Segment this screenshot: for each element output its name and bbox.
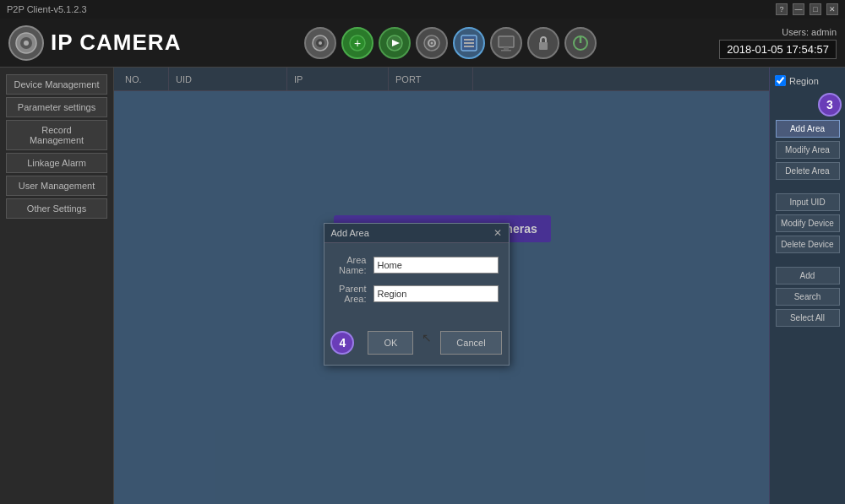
lock-toolbar-icon[interactable] [527,27,559,59]
area-name-label: Area Name: [335,255,373,275]
camera-toolbar-icon[interactable] [304,27,336,59]
play-toolbar-icon[interactable] [379,27,411,59]
modify-area-button[interactable]: Modify Area [776,141,840,159]
help-button[interactable]: ? [776,3,788,15]
power-toolbar-icon[interactable] [564,27,597,59]
step-3-badge: 3 [818,93,842,117]
maximize-button[interactable]: □ [810,3,821,15]
users-label: Users: admin [719,27,837,37]
close-button[interactable]: ✕ [826,3,838,15]
select-all-button[interactable]: Select All [776,309,840,327]
modify-device-button[interactable]: Modify Device [776,214,840,232]
modal-body: Area Name: Parent Area: [324,243,509,324]
header-right: Users: admin 2018-01-05 17:54:57 [719,27,837,59]
sidebar-item-parameter-settings[interactable]: Parameter settings [6,97,107,117]
delete-device-button[interactable]: Delete Device [776,236,840,253]
delete-area-button[interactable]: Delete Area [776,162,840,180]
toolbar: + [181,27,719,59]
svg-rect-15 [464,42,474,44]
title-bar: P2P Client-v5.1.2.3 ? — □ ✕ [0,0,845,19]
search-button[interactable]: Search [776,288,840,306]
parent-area-row: Parent Area: [335,284,499,304]
sidebar-item-record-management[interactable]: Record Management [6,120,107,150]
modal-footer: 4 OK ↖ Cancel [324,324,509,365]
sidebar-item-other-settings[interactable]: Other Settings [6,198,107,219]
modal-titlebar: Add Area ✕ [324,224,509,243]
svg-rect-20 [539,42,548,50]
content-area: NO. UID IP PORT Add a area for managing … [114,68,769,504]
svg-rect-14 [464,39,474,41]
svg-rect-19 [501,50,511,51]
right-panel: Region 3 Add Area Modify Area Delete Are… [769,68,845,504]
ok-button[interactable]: OK [368,331,413,355]
app-version: P2P Client-v5.1.2.3 [7,4,87,14]
wheel-toolbar-icon[interactable] [416,27,448,59]
monitor-toolbar-icon[interactable] [490,27,522,59]
sidebar: Device Management Parameter settings Rec… [0,68,114,504]
add-button[interactable]: Add [776,267,840,285]
config-toolbar-icon[interactable] [453,27,485,59]
sidebar-item-device-management[interactable]: Device Management [6,74,107,95]
add-area-modal: Add Area ✕ Area Name: Parent Area: [324,223,510,366]
svg-point-12 [430,41,433,44]
logo-text: IP CAMERA [51,30,181,56]
sidebar-item-user-management[interactable]: User Management [6,176,107,196]
title-bar-controls[interactable]: ? — □ ✕ [776,3,838,15]
region-checkbox[interactable] [775,75,786,86]
svg-rect-17 [499,36,514,47]
svg-rect-16 [464,46,474,47]
area-name-input[interactable] [373,257,499,274]
modal-close-button[interactable]: ✕ [493,227,502,239]
minimize-button[interactable]: — [793,3,804,15]
add-toolbar-icon[interactable]: + [341,27,373,59]
svg-text:+: + [354,36,361,50]
modal-title: Add Area [331,228,369,238]
sidebar-item-linkage-alarm[interactable]: Linkage Alarm [6,153,107,173]
area-name-row: Area Name: [335,255,499,275]
svg-point-2 [24,41,29,46]
main-layout: Device Management Parameter settings Rec… [0,68,845,504]
header: IP CAMERA + Users: admin 2018-01-05 17:5… [0,19,845,68]
modal-overlay: Add Area ✕ Area Name: Parent Area: [114,68,769,504]
region-label: Region [789,76,819,86]
logo: IP CAMERA [8,25,181,61]
parent-area-label: Parent Area: [335,284,373,304]
logo-icon [8,25,44,61]
cursor-ok: ↖ [422,331,432,355]
svg-rect-18 [504,47,509,50]
add-area-button[interactable]: Add Area [776,120,840,138]
cancel-button[interactable]: Cancel [440,331,501,355]
parent-area-input[interactable] [373,285,499,302]
svg-point-5 [319,41,322,45]
input-uid-button[interactable]: Input UID [776,193,840,211]
step-4-badge: 4 [330,331,354,355]
region-row: Region [773,72,842,89]
datetime-display: 2018-01-05 17:54:57 [719,40,837,59]
